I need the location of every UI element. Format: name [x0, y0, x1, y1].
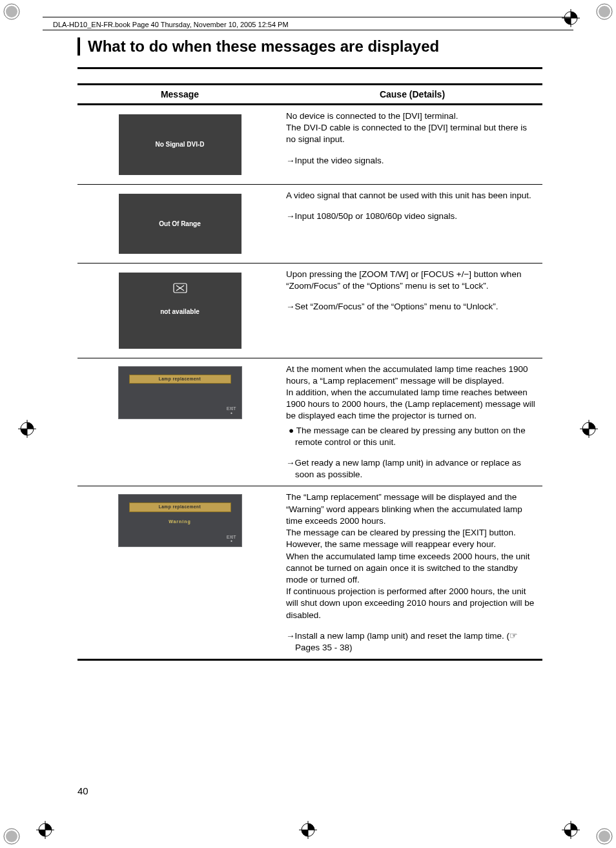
exit-label: EXIT●: [227, 407, 236, 415]
message-cell: Lamp replacementWarningEXIT●: [77, 486, 282, 660]
page-title: What to do when these messages are displ…: [88, 37, 542, 56]
crop-mark-icon: [595, 3, 613, 21]
message-cell: No Signal DVI-D: [77, 105, 282, 185]
osd-message: not available: [119, 273, 241, 349]
cause-text: The “Lamp replacement” message will be d…: [286, 492, 534, 619]
registration-mark-icon: [562, 821, 580, 839]
column-header-cause: Cause (Details): [282, 85, 542, 105]
message-cell: Lamp replacementEXIT●: [77, 358, 282, 486]
page-title-block: What to do when these messages are displ…: [77, 37, 542, 56]
warning-label: Warning: [119, 519, 241, 524]
cause-text: At the moment when the accumulated lamp …: [286, 364, 535, 421]
content-area: What to do when these messages are displ…: [77, 37, 542, 661]
registration-mark-icon: [18, 420, 36, 438]
source-file-header: DLA-HD10_EN-FR.book Page 40 Thursday, No…: [53, 21, 289, 28]
cause-cell: A video signal that cannot be used with …: [282, 184, 542, 264]
messages-table: Message Cause (Details) No Signal DVI-DN…: [77, 85, 542, 661]
page: DLA-HD10_EN-FR.book Page 40 Thursday, No…: [0, 0, 616, 848]
message-cell: Out Of Range: [77, 184, 282, 264]
svg-point-1: [6, 6, 17, 17]
svg-point-7: [599, 831, 610, 842]
exit-label: EXIT●: [227, 535, 236, 543]
osd-dialog: Lamp replacementEXIT●: [118, 366, 242, 419]
lamp-replacement-banner: Lamp replacement: [129, 375, 231, 384]
cause-text: Upon pressing the [ZOOM T/W] or [FOCUS +…: [286, 269, 521, 291]
osd-message: No Signal DVI-D: [119, 114, 241, 175]
registration-mark-icon: [299, 821, 317, 839]
action-text: →Set “Zoom/Focus” of the “Options” menu …: [286, 301, 539, 313]
page-number: 40: [77, 785, 88, 796]
cause-text: No device is connected to the [DVI] term…: [286, 111, 527, 144]
column-header-message: Message: [77, 85, 282, 105]
cause-cell: Upon pressing the [ZOOM T/W] or [FOCUS +…: [282, 264, 542, 358]
message-cell: not available: [77, 264, 282, 358]
crop-mark-icon: [3, 3, 21, 21]
note-bullet: ● The message can be cleared by pressing…: [286, 425, 539, 448]
cause-cell: The “Lamp replacement” message will be d…: [282, 486, 542, 660]
action-text: →Install a new lamp (lamp unit) and rese…: [286, 630, 539, 654]
crop-mark-icon: [3, 827, 21, 845]
action-text: →Input 1080/50p or 1080/60p video signal…: [286, 211, 539, 222]
cause-cell: At the moment when the accumulated lamp …: [282, 358, 542, 486]
registration-mark-icon: [562, 9, 580, 27]
osd-dialog: Lamp replacementWarningEXIT●: [118, 494, 242, 547]
action-text: →Input the video signals.: [286, 155, 539, 167]
osd-message: Out Of Range: [119, 194, 241, 254]
action-text: →Get ready a new lamp (lamp unit) in adv…: [286, 457, 539, 481]
svg-point-5: [6, 831, 17, 842]
crop-mark-icon: [595, 827, 613, 845]
svg-point-3: [599, 6, 610, 17]
cause-text: A video signal that cannot be used with …: [286, 191, 531, 200]
cause-cell: No device is connected to the [DVI] term…: [282, 105, 542, 185]
registration-mark-icon: [36, 821, 54, 839]
registration-mark-icon: [580, 420, 598, 438]
lamp-replacement-banner: Lamp replacement: [129, 502, 231, 512]
